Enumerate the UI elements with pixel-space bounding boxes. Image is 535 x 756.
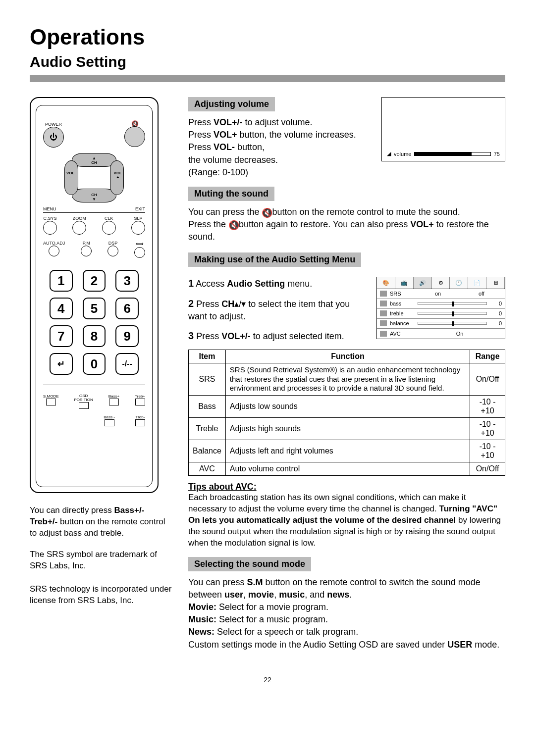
page-title: Operations	[30, 25, 505, 50]
heading-sound-mode: Selecting the sound mode	[188, 557, 311, 571]
osd-tab-icon: 🖥	[486, 277, 505, 289]
exit-label: EXIT	[135, 206, 145, 211]
osd-tab-icon: 🔊	[414, 277, 432, 289]
step-3-number: 3	[188, 330, 194, 341]
divider-bar	[30, 75, 505, 82]
tips-body: Each broadcasting station has its own si…	[188, 492, 505, 549]
mute-glyph-icon: 🔇	[228, 219, 236, 227]
osd-tab-icon: 🕐	[450, 277, 468, 289]
mute-glyph-icon: 🔇	[262, 207, 269, 215]
remote-illustration: POWER ⏻ 🔇 ▲CH CH▼	[30, 97, 159, 493]
heading-muting: Muting the sound	[188, 187, 274, 201]
step-1-number: 1	[188, 278, 194, 289]
table-row: SRS SRS (Sound Retrieval System®) is an …	[189, 363, 505, 395]
osd-tab-icon: ⚙	[432, 277, 450, 289]
table-row: Balance Adjusts left and right volumes -…	[189, 440, 505, 462]
left-note-3: SRS technology is incorporated under lic…	[30, 584, 173, 606]
volume-osd-illustration: ◢ volume 75	[381, 97, 505, 161]
mute-icon: 🔇	[124, 120, 145, 126]
keypad: 1 2 3 4 5 6 7 8 9 ↵ 0 -/--	[50, 270, 139, 375]
osd-tab-icon: 🎨	[377, 277, 395, 289]
menu-label: MENU	[43, 206, 56, 211]
audio-settings-table: Item Function Range SRS SRS (Sound Retri…	[188, 350, 505, 476]
osd-tab-icon: 📄	[468, 277, 486, 289]
up-down-arrow-icon: ▴/▾	[234, 299, 246, 309]
audio-menu-osd: 🎨 📺 🔊 ⚙ 🕐 📄 🖥 SRSonoff bass0 treble0 bal…	[376, 277, 505, 339]
power-label: POWER	[43, 122, 64, 127]
tips-heading: Tips about AVC:	[188, 482, 505, 492]
step-2-number: 2	[188, 298, 194, 309]
sound-mode-body: You can press S.M button on the remote c…	[188, 576, 505, 651]
osd-tab-icon: 📺	[395, 277, 414, 289]
table-row: Bass Adjusts low sounds -10 - +10	[189, 396, 505, 418]
volume-tri-icon: ◢	[387, 151, 391, 157]
power-button-icon: ⏻	[43, 127, 64, 148]
heading-adjusting-volume: Adjusting volume	[188, 97, 275, 111]
muting-body: You can press the 🔇 button on the remote…	[188, 206, 505, 244]
page-number: 22	[30, 676, 505, 684]
table-row: AVC Auto volume control On/Off	[189, 462, 505, 476]
dpad: ▲CH CH▼ VOL – VOL +	[64, 153, 124, 202]
left-note-2: The SRS symbol are trademark of SRS Labs…	[30, 549, 173, 572]
heading-menu: Making use of the Audio Setting Menu	[188, 252, 361, 267]
left-note-1: You can directly press Bass+/- Treb+/- b…	[30, 505, 173, 539]
mute-button-icon	[124, 126, 145, 147]
page-subtitle: Audio Setting	[30, 53, 505, 70]
table-row: Treble Adjusts high sounds -10 - +10	[189, 418, 505, 440]
